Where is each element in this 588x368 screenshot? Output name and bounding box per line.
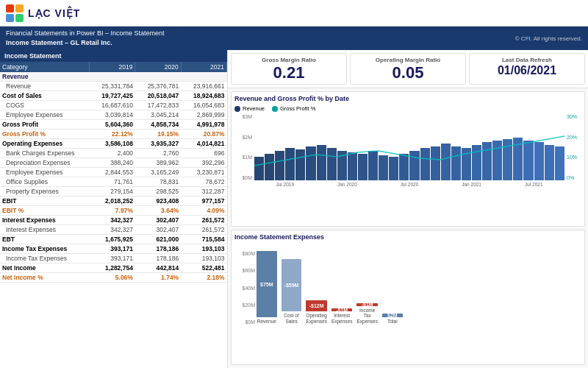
cell-2019 <box>90 72 135 82</box>
cell-2021: 261,572 <box>181 216 226 225</box>
revenue-bars <box>254 114 564 180</box>
cell-category: Gross Profit <box>0 120 90 130</box>
cell-2021: 78,672 <box>181 177 226 187</box>
cell-2021: 392,296 <box>181 158 226 168</box>
revenue-bar <box>389 157 398 180</box>
expense-bars: $75MRevenue-$59MCost of Sales-$12MOperat… <box>257 244 403 325</box>
table-row: Operating Expenses3,586,1083,935,3274,01… <box>0 139 227 149</box>
expense-bar-rect-0: $75M <box>257 251 277 317</box>
expense-bar-value-3: -$1M <box>336 308 348 313</box>
cell-2019: 71,761 <box>90 177 135 187</box>
cell-2021 <box>181 72 226 82</box>
cell-2021: 193,103 <box>181 254 226 263</box>
left-panel: Income Statement Category 2019 2020 2021… <box>0 50 228 368</box>
cell-2020: 3,165,249 <box>135 168 181 177</box>
revenue-bar <box>348 152 357 180</box>
cell-category: Operating Expenses <box>0 139 90 149</box>
cell-category: Property Expenses <box>0 187 90 197</box>
revenue-bar <box>482 142 492 180</box>
col-header-category: Category <box>0 62 90 72</box>
cell-2021: 4.09% <box>181 206 226 216</box>
cell-2020: 923,408 <box>135 197 181 206</box>
cell-category: Employee Expenses <box>0 110 90 120</box>
cell-category: Income Tax Expenses <box>0 244 90 254</box>
sub-title2: Income Statement – GL Retail Inc. <box>6 38 165 48</box>
cell-2019: 25,331,784 <box>90 82 135 91</box>
rev-y-axis-left: $3M $2M $1M $0M <box>234 114 252 180</box>
cell-2020: 20,518,047 <box>135 91 181 101</box>
cell-2021: 4,014,821 <box>181 139 226 149</box>
cell-category: EBIT % <box>0 206 90 216</box>
revenue-bar <box>295 149 305 180</box>
table-row: Revenue25,331,78425,376,78123,916,661 <box>0 82 227 91</box>
col-header-2019: 2019 <box>90 62 135 72</box>
table-row: Cost of Sales19,727,42520,518,04718,924,… <box>0 91 227 101</box>
cell-category: Net Income <box>0 263 90 273</box>
revenue-bar <box>545 145 554 180</box>
expense-bar-rect-1: -$59M <box>282 259 302 311</box>
revenue-bar <box>317 145 326 180</box>
revenue-bar <box>523 141 533 180</box>
cell-2021: 522,481 <box>181 263 226 273</box>
cell-category: EBIT <box>0 197 90 206</box>
cell-category: Interest Expenses <box>0 216 90 225</box>
cell-category: Income Tax Expenses <box>0 254 90 263</box>
table-row: Revenue <box>0 72 227 82</box>
col-header-2020: 2020 <box>135 62 181 72</box>
revenue-chart-row: $3M $2M $1M $0M Jul 2019 Jan 2020 <box>234 114 581 187</box>
cell-2019: 1,282,754 <box>90 263 135 273</box>
expense-bar-group-3: -$1MInterest Expenses <box>331 308 353 325</box>
cell-2021: 312,287 <box>181 187 226 197</box>
revenue-chart-container: Revenue and Gross Profit % by Date Reven… <box>231 91 585 227</box>
logo-sq-2 <box>15 4 24 13</box>
cell-2021: 4,991,978 <box>181 120 226 130</box>
table-row: EBT1,675,925621,000715,584 <box>0 235 227 244</box>
legend-revenue-label: Revenue <box>243 105 265 112</box>
revenue-bar <box>534 142 544 180</box>
expense-bar-label-bottom-0: Revenue <box>257 319 276 325</box>
cell-category: EBT <box>0 235 90 244</box>
revenue-bar <box>492 141 502 180</box>
cell-2019: 2,400 <box>90 149 135 158</box>
cell-2020: 302,407 <box>135 216 181 225</box>
table-row: Interest Expenses342,327302,407261,572 <box>0 225 227 235</box>
cell-2021: 20.87% <box>181 130 226 139</box>
right-panel: Gross Margin Ratio0.21Operating Margin R… <box>228 50 588 368</box>
expense-bar-group-1: -$59MCost of Sales <box>282 259 302 325</box>
legend-gp-dot <box>272 106 278 112</box>
cell-category: Employee Expenses <box>0 168 90 177</box>
expense-chart-row: $80M $60M $40M $20M $0M $75MRevenue-$59M… <box>234 244 581 325</box>
cell-2020: 25,376,781 <box>135 82 181 91</box>
revenue-bar <box>431 146 440 180</box>
cell-2020: 178,186 <box>135 254 181 263</box>
expense-chart-container: Income Statement Expenses $80M $60M $40M… <box>231 230 585 365</box>
cell-2021: 193,103 <box>181 244 226 254</box>
kpi-card-1: Operating Margin Ratio0.05 <box>350 53 466 85</box>
expense-chart-title: Income Statement Expenses <box>234 233 581 241</box>
cell-2020: 621,000 <box>135 235 181 244</box>
expense-bar-rect-3: -$1M <box>331 308 353 311</box>
expense-bar-value-4: -$1M <box>362 302 373 307</box>
table-row: Income Tax Expenses393,171178,186193,103 <box>0 244 227 254</box>
revenue-bar <box>513 138 523 180</box>
revenue-bar <box>358 154 368 180</box>
cell-category: Revenue <box>0 72 90 82</box>
chart-legend: Revenue Gross Profit % <box>234 105 581 112</box>
revenue-bar <box>555 146 564 180</box>
expense-bar-rect-5: $2M <box>382 314 403 317</box>
cell-2021: 261,572 <box>181 225 226 235</box>
revenue-bar <box>337 151 347 180</box>
table-row: Gross Profit %22.12%19.15%20.87% <box>0 130 227 139</box>
revenue-bar <box>399 154 409 180</box>
expense-bar-group-4: -$1MIncome Tax Expenses <box>356 303 378 325</box>
revenue-bar <box>451 146 461 180</box>
revenue-chart-title: Revenue and Gross Profit % by Date <box>234 95 581 102</box>
main-content: Income Statement Category 2019 2020 2021… <box>0 50 588 368</box>
cell-2019: 1,675,925 <box>90 235 135 244</box>
expense-bar-label-bottom-3: Interest Expenses <box>331 313 353 325</box>
logo-sq-1 <box>6 4 14 13</box>
revenue-chart-inner: Jul 2019 Jan 2020 Jul 2020 Jan 2021 Jul … <box>254 114 564 187</box>
kpi-card-2: Last Data Refresh01/06/2021 <box>469 53 585 85</box>
revenue-bar <box>441 144 451 180</box>
cell-2019: 342,327 <box>90 225 135 235</box>
